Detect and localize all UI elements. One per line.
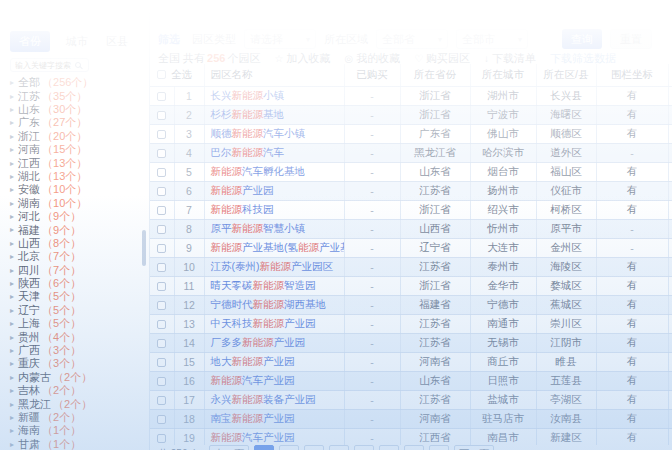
highlight-keyword: 新能源: [232, 127, 264, 139]
park-name-link[interactable]: 杉杉新能源基地: [211, 108, 285, 120]
row-checkbox[interactable]: [157, 263, 166, 272]
select-all-checkbox[interactable]: [157, 70, 166, 79]
page-button-6[interactable]: 6: [379, 445, 399, 450]
page-button-4[interactable]: 4: [329, 445, 349, 450]
sidebar-scrollbar[interactable]: [142, 230, 146, 266]
row-checkbox[interactable]: [157, 301, 166, 310]
row-checkbox[interactable]: [157, 339, 166, 348]
row-checkbox[interactable]: [157, 149, 166, 158]
region-item-贵州[interactable]: ▸贵州（4个）: [0, 330, 150, 343]
park-name-cell: 顺德新能源汽车小镇: [204, 124, 344, 143]
row-checkbox[interactable]: [157, 415, 166, 424]
extra-cell: [668, 352, 672, 371]
region-item-安徽[interactable]: ▸安徽（10个）: [0, 183, 150, 196]
region-item-陕西[interactable]: ▸陕西（6个）: [0, 277, 150, 290]
row-checkbox[interactable]: [157, 168, 166, 177]
name-text: 地大: [211, 355, 232, 367]
park-name-link[interactable]: 地大新能源产业园: [211, 355, 295, 367]
park-name-link[interactable]: 南宝新能源产业园: [211, 412, 295, 424]
row-checkbox[interactable]: [157, 92, 166, 101]
region-item-浙江[interactable]: ▸浙江（20个）: [0, 130, 150, 143]
city-select[interactable]: 全部市▾: [456, 29, 528, 49]
next-page-button[interactable]: 下一页: [454, 445, 494, 450]
region-item-全部[interactable]: ▸全部（256个）: [0, 76, 150, 89]
region-item-天津[interactable]: ▸天津（5个）: [0, 290, 150, 303]
region-search-input[interactable]: [15, 61, 75, 70]
region-item-广东[interactable]: ▸广东（27个）: [0, 116, 150, 129]
park-name-link[interactable]: 新能源产业基地(氢能源产业基地): [211, 241, 345, 253]
region-item-福建[interactable]: ▸福建（9个）: [0, 223, 150, 236]
region-item-辽宁[interactable]: ▸辽宁（5个）: [0, 304, 150, 317]
region-item-海南[interactable]: ▸海南（1个）: [0, 424, 150, 437]
region-item-内蒙古[interactable]: ▸内蒙古（2个）: [0, 371, 150, 384]
region-item-山西[interactable]: ▸山西（8个）: [0, 237, 150, 250]
sidebar-tab-城市[interactable]: 城市: [64, 31, 90, 52]
region-item-江西[interactable]: ▸江西（13个）: [0, 156, 150, 169]
row-checkbox[interactable]: [157, 282, 166, 291]
page-button-1[interactable]: 1: [254, 445, 274, 450]
col-header-extra: [668, 64, 672, 86]
region-item-北京[interactable]: ▸北京（7个）: [0, 250, 150, 263]
row-checkbox[interactable]: [157, 111, 166, 120]
region-item-黑龙江[interactable]: ▸黑龙江（2个）: [0, 397, 150, 410]
region-item-山东[interactable]: ▸山东（30个）: [0, 103, 150, 116]
row-checkbox[interactable]: [157, 377, 166, 386]
park-name-link[interactable]: 巴尔新能源汽车: [211, 146, 285, 158]
page-button-8[interactable]: 8: [429, 445, 449, 450]
region-count: （1个）: [42, 437, 81, 450]
region-item-上海[interactable]: ▸上海（5个）: [0, 317, 150, 330]
row-checkbox[interactable]: [157, 396, 166, 405]
park-name-link[interactable]: 江苏(泰州)新能源产业园区: [211, 260, 334, 272]
page-button-5[interactable]: 5: [354, 445, 374, 450]
park-name-link[interactable]: 新能源汽车产业园: [211, 374, 295, 386]
park-name-link[interactable]: 新能源汽车产业园: [211, 431, 295, 443]
page-button-7[interactable]: 7: [404, 445, 424, 450]
row-checkbox[interactable]: [157, 244, 166, 253]
row-checkbox[interactable]: [157, 320, 166, 329]
region-item-吉林[interactable]: ▸吉林（2个）: [0, 384, 150, 397]
region-item-新疆[interactable]: ▸新疆（2个）: [0, 411, 150, 424]
select-all-header: 全选: [150, 64, 204, 86]
region-item-广西[interactable]: ▸广西（3个）: [0, 344, 150, 357]
row-checkbox[interactable]: [157, 130, 166, 139]
region-name: 甘肃: [18, 437, 40, 450]
park-name-link[interactable]: 新能源产业园: [211, 184, 274, 196]
park-name-link[interactable]: 顺德新能源汽车小镇: [211, 127, 306, 139]
prev-page-button[interactable]: 上一页: [209, 445, 249, 450]
region-item-重庆[interactable]: ▸重庆（3个）: [0, 357, 150, 370]
region-item-湖北[interactable]: ▸湖北（13个）: [0, 170, 150, 183]
row-checkbox[interactable]: [157, 206, 166, 215]
region-item-河南[interactable]: ▸河南（15个）: [0, 143, 150, 156]
row-checkbox[interactable]: [157, 358, 166, 367]
park-name-link[interactable]: 原平新能源智慧小镇: [211, 222, 306, 234]
expand-arrow-icon: ▸: [10, 333, 14, 342]
search-button[interactable]: 查询: [562, 29, 602, 49]
page-button-3[interactable]: 3: [304, 445, 324, 450]
highlight-keyword: 新能源: [232, 355, 264, 367]
park-name-link[interactable]: 长兴新能源小镇: [211, 89, 285, 101]
park-name-link[interactable]: 厂多多新能源产业园: [211, 336, 306, 348]
row-checkbox-cell: [150, 200, 174, 219]
page-button-2[interactable]: 2: [279, 445, 299, 450]
region-item-四川[interactable]: ▸四川（7个）: [0, 263, 150, 276]
park-name-link[interactable]: 晴天零碳新能源智造园: [211, 279, 316, 291]
sidebar-tab-省份[interactable]: 省份: [10, 31, 50, 52]
park-name-link[interactable]: 中天科技新能源产业园: [211, 317, 316, 329]
park-name-link[interactable]: 宁德时代新能源湖西基地: [211, 298, 327, 310]
reset-button[interactable]: 重置: [610, 29, 652, 49]
park-name-link[interactable]: 新能源汽车孵化基地: [211, 165, 306, 177]
region-search-box[interactable]: [10, 58, 89, 72]
region-item-湖南[interactable]: ▸湖南（10个）: [0, 197, 150, 210]
row-checkbox[interactable]: [157, 225, 166, 234]
park-name-link[interactable]: 新能源科技园: [211, 203, 274, 215]
row-checkbox[interactable]: [157, 434, 166, 443]
province-select[interactable]: 全部省▾: [376, 29, 448, 49]
expand-arrow-icon: ▸: [10, 400, 14, 409]
region-item-河北[interactable]: ▸河北（9个）: [0, 210, 150, 223]
park-name-link[interactable]: 永兴新能源装备产业园: [211, 393, 316, 405]
region-item-江苏[interactable]: ▸江苏（35个）: [0, 89, 150, 102]
park-type-select[interactable]: 请选择▾: [244, 29, 316, 49]
region-item-甘肃[interactable]: ▸甘肃（1个）: [0, 438, 150, 450]
sidebar-tab-区县[interactable]: 区县: [104, 31, 130, 52]
row-checkbox[interactable]: [157, 187, 166, 196]
